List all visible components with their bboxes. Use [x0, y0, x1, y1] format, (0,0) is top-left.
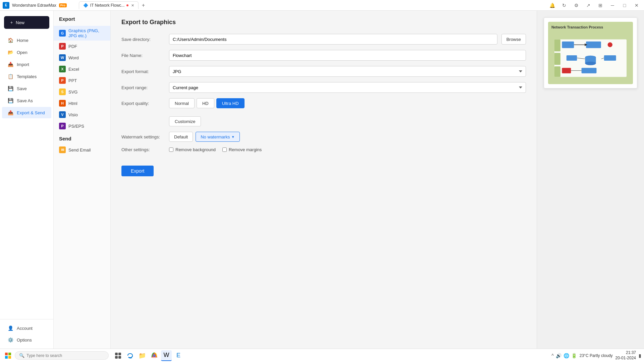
taskbar: 🔍 📁: [0, 349, 644, 362]
new-tab-button[interactable]: +: [140, 2, 147, 9]
templates-icon: 📋: [7, 73, 13, 79]
sidebar-item-templates[interactable]: 📋 Templates: [2, 71, 51, 82]
new-icon: ＋: [9, 19, 14, 25]
export-item-word[interactable]: W Word: [54, 52, 110, 63]
export-item-svg[interactable]: S SVG: [54, 86, 110, 98]
taskbar-app-chrome[interactable]: [149, 350, 160, 361]
sidebar-item-export-send[interactable]: 📤 Export & Send: [2, 107, 51, 118]
svg-icon: S: [59, 88, 66, 95]
export-pdf-label: PDF: [68, 44, 77, 49]
edrawmax-taskbar-icon: E: [176, 352, 180, 359]
excel-icon: X: [59, 66, 66, 72]
sidebar-item-account[interactable]: 👤 Account: [2, 322, 51, 334]
show-desktop-icon[interactable]: ▮: [639, 353, 641, 358]
sidebar-item-save-as[interactable]: 💾 Save As: [2, 95, 51, 106]
customize-button[interactable]: Customize: [169, 116, 201, 126]
svg-rect-16: [562, 68, 571, 73]
pro-badge: Pro: [59, 3, 67, 7]
export-item-pseps[interactable]: P PS/EPS: [54, 120, 110, 132]
speaker-icon[interactable]: 🔊: [556, 353, 561, 358]
send-section-title: Send: [54, 132, 110, 144]
minimize-button[interactable]: ─: [608, 1, 617, 10]
save-directory-input[interactable]: [169, 34, 497, 45]
export-quality-label: Export quality:: [121, 101, 165, 106]
settings-icon[interactable]: ⚙: [572, 1, 581, 10]
quality-ultrahd-button[interactable]: Ultra HD: [216, 98, 245, 108]
sidebar-import-label: Import: [17, 62, 29, 67]
export-range-select[interactable]: Current page All pages Selected pages: [169, 82, 526, 93]
home-icon: 🏠: [7, 37, 13, 43]
options-icon: ⚙️: [7, 337, 13, 343]
taskbar-app-edge[interactable]: [125, 350, 136, 361]
export-format-select[interactable]: JPG PNG BMP GIF TIFF SVG: [169, 66, 526, 77]
tab-label: IT Network Flowc...: [90, 3, 124, 8]
time-display: 21:37: [615, 350, 636, 356]
sidebar-item-import[interactable]: 📥 Import: [2, 59, 51, 70]
windows-icon: [5, 353, 11, 359]
graphics-icon: G: [59, 30, 66, 37]
remove-background-input[interactable]: [169, 147, 173, 152]
export-item-excel[interactable]: X Excel: [54, 63, 110, 75]
search-bar[interactable]: 🔍: [15, 351, 109, 360]
browse-button[interactable]: Browse: [501, 34, 526, 45]
preview-card: Network Transaction Process: [544, 17, 637, 88]
close-button[interactable]: ✕: [632, 1, 641, 10]
export-item-pdf[interactable]: P PDF: [54, 41, 110, 52]
weather-info: 23°C Partly cloudy: [580, 353, 613, 358]
export-item-visio[interactable]: V Visio: [54, 109, 110, 120]
app-icon: E: [3, 2, 9, 9]
chevron-up-icon[interactable]: ^: [551, 353, 554, 358]
quality-hd-button[interactable]: HD: [197, 98, 214, 108]
sidebar-item-save[interactable]: 💾 Save: [2, 83, 51, 94]
watermark-dropdown-icon: ▼: [231, 135, 235, 139]
maximize-button[interactable]: □: [620, 1, 629, 10]
refresh-icon[interactable]: ↻: [559, 1, 569, 10]
taskbar-app-widgets[interactable]: [113, 350, 123, 361]
watermark-default-button[interactable]: Default: [169, 132, 193, 142]
quality-normal-button[interactable]: Normal: [169, 98, 195, 108]
svg-point-11: [585, 62, 596, 65]
export-button[interactable]: Export: [121, 166, 154, 176]
network-icon[interactable]: 🌐: [564, 353, 569, 358]
save-icon: 💾: [7, 85, 13, 92]
tab-favicon: 🔷: [83, 3, 88, 8]
share-icon[interactable]: ↗: [584, 1, 593, 10]
save-directory-row: Save directory: Browse: [121, 34, 526, 45]
tab-close-icon[interactable]: ✕: [131, 3, 134, 8]
sidebar-templates-label: Templates: [17, 74, 37, 79]
search-input[interactable]: [26, 353, 94, 358]
file-name-input[interactable]: [169, 50, 526, 61]
export-item-html[interactable]: H Html: [54, 98, 110, 109]
remove-background-label: Remove background: [175, 147, 216, 152]
watermark-no-watermarks-button[interactable]: No watermarks ▼: [196, 132, 239, 142]
remove-margins-label: Remove margins: [229, 147, 262, 152]
customize-row: Customize: [121, 114, 526, 126]
titlebar: E Wondershare EdrawMax Pro 🔷 IT Network …: [0, 0, 644, 11]
new-button[interactable]: ＋ New: [4, 16, 49, 29]
active-tab[interactable]: 🔷 IT Network Flowc... ✕: [79, 1, 139, 9]
word-taskbar-icon: W: [164, 352, 169, 359]
taskbar-right: ^ 🔊 🌐 🔋 23°C Partly cloudy 21:37 20-01-2…: [551, 350, 641, 361]
export-item-email[interactable]: ✉ Send Email: [54, 144, 110, 156]
taskbar-app-word[interactable]: W: [161, 350, 172, 361]
battery-icon[interactable]: 🔋: [571, 353, 577, 358]
notification-icon[interactable]: 🔔: [547, 1, 557, 10]
sidebar-item-open[interactable]: 📂 Open: [2, 47, 51, 58]
taskbar-app-explorer[interactable]: 📁: [137, 350, 148, 361]
panel-title: Export to Graphics: [121, 19, 526, 26]
export-item-graphics[interactable]: G Graphics (PNG, JPG etc.): [54, 26, 110, 41]
remove-background-checkbox[interactable]: Remove background: [169, 147, 216, 152]
svg-rect-17: [582, 68, 597, 73]
grid-icon[interactable]: ⊞: [596, 1, 605, 10]
remove-margins-checkbox[interactable]: Remove margins: [222, 147, 262, 152]
remove-margins-input[interactable]: [222, 147, 227, 152]
sidebar-item-home[interactable]: 🏠 Home: [2, 35, 51, 46]
svg-rect-3: [554, 53, 560, 65]
export-quality-row: Export quality: Normal HD Ultra HD: [121, 98, 526, 108]
taskbar-app-edrawmax[interactable]: E: [173, 350, 184, 361]
sidebar-item-options[interactable]: ⚙️ Options: [2, 334, 51, 346]
watermark-selected-label: No watermarks: [201, 134, 230, 139]
start-button[interactable]: [3, 350, 13, 361]
export-graphics-label: Graphics (PNG, JPG etc.): [68, 28, 105, 38]
export-item-ppt[interactable]: P PPT: [54, 75, 110, 86]
